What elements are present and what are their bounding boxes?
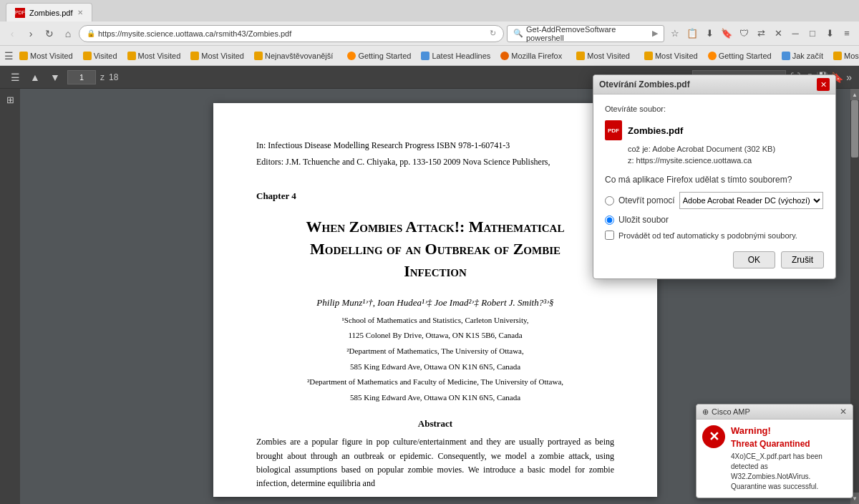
pdf-authors: Philip Munz¹˒†, Ioan Hudea¹˒‡ Joe Imad²˒…	[256, 297, 614, 309]
dialog-buttons: OK Zrušit	[605, 251, 824, 268]
bookmark-favicon	[421, 52, 430, 60]
bookmark-label: Getting Started	[719, 52, 772, 60]
pdf-page-separator: z	[100, 72, 105, 82]
chapter-label: Chapter 4	[256, 190, 614, 202]
back-button[interactable]: ‹	[4, 26, 20, 42]
bookmark-item[interactable]: Getting Started	[704, 50, 776, 62]
bookmark-item[interactable]: Most Visited	[829, 50, 859, 62]
scrollbar[interactable]: ▲ ▼	[850, 89, 859, 504]
active-tab[interactable]: PDF Zombies.pdf ✕	[6, 3, 92, 21]
pdf-title: When Zombies Attack!: MathematicalModell…	[256, 216, 614, 282]
pdf-header-line2: Editors: J.M. Tchuenche and C. Chiyaka, …	[256, 155, 614, 169]
pdf-page-input[interactable]: 1	[67, 70, 96, 84]
reload-button[interactable]: ↻	[42, 26, 57, 42]
save-file-label: Uložit soubor	[618, 215, 669, 225]
app-select[interactable]: Adobe Acrobat Reader DC (výchozí)	[679, 192, 823, 209]
dialog-close-button[interactable]: ✕	[817, 78, 830, 91]
save-file-radio[interactable]	[605, 215, 614, 225]
pdf-sidebar-toggle[interactable]: ☰	[7, 69, 23, 85]
scroll-down-btn[interactable]: ▼	[850, 493, 859, 504]
bookmark-favicon	[833, 52, 842, 60]
bookmark-favicon	[254, 52, 263, 60]
bookmark-favicon	[708, 52, 717, 60]
open-with-radio[interactable]	[605, 196, 614, 205]
dialog-title: Otevírání Zombies.pdf	[599, 79, 690, 89]
bookmark-label: Most Visited	[201, 52, 244, 60]
pdf-abstract-text: Zombies are a popular figure in pop cult…	[256, 435, 614, 490]
pdf-file-icon: PDF	[605, 120, 622, 140]
bookmark-item[interactable]: Most Visited	[640, 50, 702, 62]
minimize-icon[interactable]: ─	[787, 26, 803, 42]
bookmark-label: Mozilla Firefox	[511, 52, 562, 60]
forward-button[interactable]: ›	[23, 26, 39, 42]
bookmark-item[interactable]: Most Visited	[572, 50, 634, 62]
save-file-row: Uložit soubor	[605, 215, 824, 225]
pdf-header-line1: In: Infectious Disease Modelling Researc…	[256, 139, 614, 152]
file-info-row: PDF Zombies.pdf	[605, 120, 824, 140]
bookmarks-toggle-icon[interactable]: ☰	[4, 48, 14, 64]
auto-action-checkbox[interactable]	[605, 231, 614, 240]
bookmark-item[interactable]: Most Visited	[123, 50, 185, 62]
dialog-titlebar: Otevírání Zombies.pdf ✕	[593, 75, 835, 94]
maximize-icon[interactable]: □	[805, 26, 820, 42]
tab-close-icon[interactable]: ✕	[77, 9, 83, 16]
nav-right-icons: ☆ 📋 ⬇ 🔖 🛡 ⇄ ✕ ─ □ ⬇ ≡	[667, 26, 855, 42]
bookmark-item[interactable]: Latest Headlines	[417, 50, 495, 62]
pdf-affil5: ²Department of Mathematics and Faculty o…	[256, 376, 614, 389]
bookmark-favicon	[644, 52, 653, 60]
bookmark-favicon	[347, 52, 356, 60]
pdf-more-icon[interactable]: »	[846, 72, 852, 83]
bookmark-label: Most Visited	[30, 52, 73, 60]
bookmark-page-icon[interactable]: 🔖	[719, 26, 734, 42]
bookmark-favicon	[83, 52, 92, 60]
shield-icon[interactable]: 🛡	[736, 26, 752, 42]
file-name: Zombies.pdf	[628, 125, 683, 136]
bookmark-label: Nejnavštěvovanější	[265, 52, 333, 60]
scroll-up-btn[interactable]: ▲	[850, 89, 859, 100]
bookmark-item[interactable]: Most Visited	[15, 50, 77, 62]
download2-icon[interactable]: ⬇	[822, 26, 838, 42]
close-browser-icon[interactable]: ✕	[770, 26, 786, 42]
bookmark-item[interactable]: Jak začít	[777, 50, 828, 62]
search-bar[interactable]: 🔍 Get-AddRemoveSoftware powershell ▶	[507, 25, 664, 42]
pdf-prev-page[interactable]: ▲	[27, 69, 43, 85]
tab-favicon: PDF	[15, 8, 25, 18]
pdf-sidebar: ⊞	[0, 89, 20, 504]
bookmark-sidebar-icon[interactable]: 📋	[684, 26, 700, 42]
pdf-next-page[interactable]: ▼	[47, 69, 63, 85]
download-icon[interactable]: ⬇	[702, 26, 717, 42]
pdf-page: In: Infectious Disease Modelling Researc…	[213, 103, 657, 497]
bookmark-item[interactable]: Getting Started	[343, 50, 415, 62]
ok-button[interactable]: OK	[733, 251, 775, 268]
pdf-affil4: 585 King Edward Ave, Ottawa ON K1N 6N5, …	[256, 361, 614, 374]
auto-action-row: Provádět od teď automaticky s podobnými …	[605, 231, 824, 240]
bookmarks-bar: ☰ Most Visited Visited Most Visited Most…	[0, 46, 859, 66]
file-type-meta: což je: Adobe Acrobat Document (302 KB)	[605, 145, 824, 153]
scroll-track[interactable]	[850, 100, 859, 493]
bookmark-item[interactable]: Most Visited	[186, 50, 248, 62]
file-url: z: https://mysite.science.uottawa.ca	[605, 156, 824, 165]
home-button[interactable]: ⌂	[60, 26, 76, 42]
bookmark-label: Most Visited	[138, 52, 181, 60]
star-icon[interactable]: ☆	[667, 26, 683, 42]
bookmark-item[interactable]: Nejnavštěvovanější	[250, 50, 337, 62]
cancel-button[interactable]: Zrušit	[781, 251, 824, 268]
bookmark-item[interactable]: Mozilla Firefox	[496, 50, 566, 62]
bookmark-favicon	[782, 52, 790, 60]
search-text: Get-AddRemoveSoftware powershell	[526, 25, 649, 42]
open-with-label: Otevřít pomocí	[618, 195, 675, 205]
sync-icon[interactable]: ⇄	[753, 26, 769, 42]
bookmark-label: Most Visited	[844, 52, 859, 60]
dialog-body: Otevíráte soubor: PDF Zombies.pdf což je…	[593, 94, 835, 278]
action-question: Co má aplikace Firefox udělat s tímto so…	[605, 175, 824, 185]
scroll-thumb[interactable]	[851, 100, 858, 158]
url-text: https://mysite.science.uottawa.ca/rsmith…	[98, 29, 487, 38]
more-icon[interactable]: ≡	[839, 26, 855, 42]
search-icon: 🔍	[513, 29, 523, 38]
pdf-thumbnails-btn[interactable]: ⊞	[2, 92, 18, 107]
pdf-affil2: 1125 Colonel By Drive, Ottawa, ON K1S 5B…	[256, 329, 614, 342]
pdf-affil3: ²Department of Mathematics, The Universi…	[256, 345, 614, 358]
bookmark-item[interactable]: Visited	[79, 50, 122, 62]
url-bar[interactable]: 🔒 https://mysite.science.uottawa.ca/rsmi…	[79, 25, 504, 42]
pdf-abstract-title: Abstract	[256, 418, 614, 430]
